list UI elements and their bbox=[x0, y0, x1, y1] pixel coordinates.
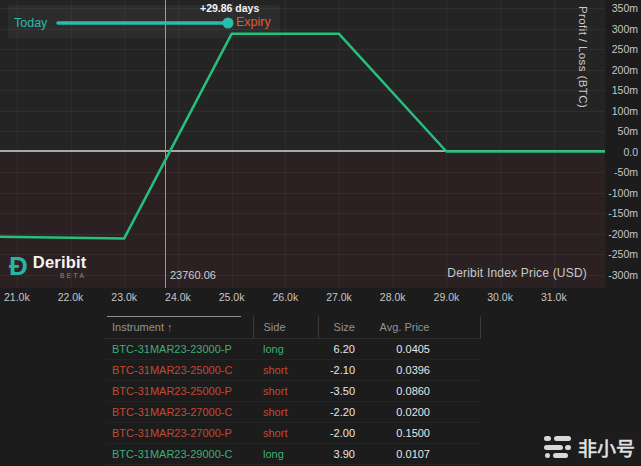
y-tick-label: 50m bbox=[618, 125, 638, 137]
column-header-side[interactable]: Side bbox=[253, 316, 318, 338]
y-tick-label: 300m bbox=[612, 23, 638, 35]
position-row: BTC-31MAR23-23000-Plong6.200.0405 bbox=[105, 338, 480, 359]
instrument-cell: BTC-31MAR23-23000-P bbox=[105, 338, 253, 359]
expiry-label[interactable]: Expiry bbox=[236, 15, 271, 29]
watermark-text: 非小号 bbox=[578, 434, 635, 461]
x-tick-label: 28.0k bbox=[380, 291, 406, 303]
index-price-value: 23760.06 bbox=[170, 269, 216, 281]
y-tick-label: -300m bbox=[608, 269, 638, 281]
expiry-slider-handle bbox=[223, 18, 234, 29]
side-cell: long bbox=[253, 443, 318, 464]
size-cell: 3.90 bbox=[318, 443, 363, 464]
x-tick-label: 26.0k bbox=[272, 291, 298, 303]
sort-ascending-icon: ↑ bbox=[167, 321, 173, 333]
y-tick-label: -150m bbox=[608, 207, 638, 219]
avg-price-cell: 0.1500 bbox=[363, 422, 480, 443]
avg-price-cell: 0.0396 bbox=[363, 359, 480, 380]
y-tick-label: 200m bbox=[612, 64, 638, 76]
y-tick-label: 0.0 bbox=[623, 146, 638, 158]
side-cell: short bbox=[253, 359, 318, 380]
x-axis-labels: 21.0k22.0k23.0k24.0k25.0k26.0k27.0k28.0k… bbox=[0, 291, 641, 307]
avg-price-cell: 0.0200 bbox=[363, 401, 480, 422]
positions-table: Instrument ↑ Side Size Avg. Price BTC-31… bbox=[105, 316, 480, 465]
x-tick-label: 23.0k bbox=[111, 291, 137, 303]
column-header-instrument[interactable]: Instrument ↑ bbox=[105, 316, 253, 338]
x-tick-label: 27.0k bbox=[326, 291, 352, 303]
deribit-logo: Ð Deribit BETA bbox=[9, 253, 86, 280]
y-tick-label: 250m bbox=[612, 43, 638, 55]
expiry-pl-line bbox=[0, 34, 605, 239]
side-cell: short bbox=[253, 422, 318, 443]
instrument-cell: BTC-31MAR23-27000-P bbox=[105, 422, 253, 443]
y-tick-label: -100m bbox=[608, 187, 638, 199]
chart-canvas bbox=[0, 0, 605, 288]
feixiaohao-watermark: 非小号 bbox=[544, 434, 635, 461]
size-cell: 6.20 bbox=[318, 338, 363, 359]
position-row: BTC-31MAR23-29000-Clong3.900.0107 bbox=[105, 443, 480, 464]
size-cell: -2.20 bbox=[318, 401, 363, 422]
x-axis-title: Deribit Index Price (USD) bbox=[447, 266, 587, 280]
x-tick-label: 24.0k bbox=[165, 291, 191, 303]
y-axis-labels: 350m300m250m200m150m100m50m0.0-50m-100m-… bbox=[605, 0, 641, 288]
y-tick-label: 100m bbox=[612, 105, 638, 117]
today-label: Today bbox=[14, 16, 47, 30]
avg-price-cell: 0.0405 bbox=[363, 338, 480, 359]
size-cell: -2.00 bbox=[318, 422, 363, 443]
column-header-avg-price[interactable]: Avg. Price bbox=[363, 316, 480, 338]
avg-price-cell: 0.0860 bbox=[363, 380, 480, 401]
deribit-logo-text: Deribit bbox=[33, 253, 87, 272]
side-cell: long bbox=[253, 338, 318, 359]
y-tick-label: 150m bbox=[612, 84, 638, 96]
table-header-row: Instrument ↑ Side Size Avg. Price bbox=[105, 316, 480, 338]
instrument-cell: BTC-31MAR23-27000-C bbox=[105, 401, 253, 422]
x-tick-label: 30.0k bbox=[487, 291, 513, 303]
instrument-cell: BTC-31MAR23-25000-C bbox=[105, 359, 253, 380]
instrument-cell: BTC-31MAR23-29000-C bbox=[105, 443, 253, 464]
instrument-cell: BTC-31MAR23-25000-P bbox=[105, 380, 253, 401]
position-row: BTC-31MAR23-25000-Pshort-3.500.0860 bbox=[105, 380, 480, 401]
side-cell: short bbox=[253, 380, 318, 401]
y-tick-label: 350m bbox=[612, 2, 638, 14]
deribit-d-icon: Ð bbox=[9, 253, 28, 280]
feixiaohao-icon bbox=[544, 436, 571, 459]
x-tick-label: 29.0k bbox=[434, 291, 460, 303]
size-cell: -3.50 bbox=[318, 380, 363, 401]
deribit-beta-tag: BETA bbox=[33, 272, 87, 279]
y-tick-label: -200m bbox=[608, 228, 638, 240]
x-tick-label: 31.0k bbox=[541, 291, 567, 303]
position-row: BTC-31MAR23-27000-Pshort-2.000.1500 bbox=[105, 422, 480, 443]
x-tick-label: 21.0k bbox=[4, 291, 30, 303]
position-row: BTC-31MAR23-27000-Cshort-2.200.0200 bbox=[105, 401, 480, 422]
size-cell: -2.10 bbox=[318, 359, 363, 380]
y-axis-title: Profit / Loss (BTC) bbox=[577, 6, 589, 108]
pl-chart-plot-area[interactable]: Today Expiry +29.86 days 23760.06 Deribi… bbox=[0, 0, 605, 288]
column-header-size[interactable]: Size bbox=[318, 316, 363, 338]
x-tick-label: 22.0k bbox=[58, 291, 84, 303]
side-cell: short bbox=[253, 401, 318, 422]
days-to-expiry-label: +29.86 days bbox=[200, 2, 259, 14]
avg-price-cell: 0.0107 bbox=[363, 443, 480, 464]
positions-tbody: BTC-31MAR23-23000-Plong6.200.0405BTC-31M… bbox=[105, 338, 480, 464]
position-row: BTC-31MAR23-25000-Cshort-2.100.0396 bbox=[105, 359, 480, 380]
y-tick-label: -250m bbox=[608, 248, 638, 260]
y-tick-label: -50m bbox=[614, 166, 638, 178]
x-tick-label: 25.0k bbox=[219, 291, 245, 303]
